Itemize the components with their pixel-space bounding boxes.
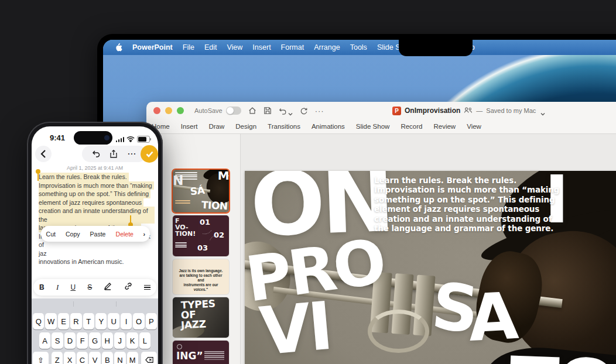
key[interactable]: F [77, 332, 88, 349]
key[interactable]: V [89, 352, 100, 364]
highlighter-icon[interactable] [104, 282, 112, 293]
redo-icon[interactable] [300, 107, 308, 115]
key[interactable]: E [58, 313, 69, 329]
bold-button[interactable]: B [39, 283, 45, 291]
more-icon[interactable]: ··· [128, 150, 136, 158]
menu-item[interactable]: Tools [350, 43, 367, 51]
ribbon-tab[interactable]: Draw [208, 123, 224, 130]
note-line: innovations in American music. [39, 257, 124, 266]
undo-chevron-icon[interactable] [288, 108, 293, 113]
key[interactable]: G [89, 332, 100, 349]
key[interactable]: Z [52, 352, 63, 364]
thumbnail-slide-5[interactable]: ING” [173, 341, 229, 364]
ribbon-tab[interactable]: View [467, 123, 481, 130]
key[interactable]: D [64, 332, 76, 349]
menu-item[interactable]: Edit [204, 43, 217, 51]
note-body[interactable]: Learn the rules. Break the rules.Improvi… [39, 173, 155, 266]
keyboard-row-1: QWERTYUIOP [32, 313, 158, 329]
share-people-icon[interactable] [464, 105, 473, 116]
key[interactable]: O [133, 313, 144, 329]
key[interactable]: A [39, 332, 50, 349]
link-icon[interactable] [124, 282, 132, 293]
menu-app-name[interactable]: PowerPoint [132, 43, 173, 51]
slide-paragraph-line: Learn the rules. Break the rules. [374, 176, 573, 185]
ribbon-tab[interactable]: Insert [181, 123, 198, 130]
key[interactable]: I [121, 313, 132, 329]
key[interactable]: T [83, 313, 94, 329]
key[interactable]: M [127, 352, 138, 364]
key[interactable]: L [139, 332, 150, 349]
ribbon-tab[interactable]: Animations [312, 123, 345, 130]
minimize-button[interactable] [165, 107, 172, 114]
key[interactable]: C [77, 352, 88, 364]
menu-item[interactable]: Insert [252, 43, 271, 51]
slide-canvas[interactable]: ON I PRO S A VI TO O Learn the rules. Br… [245, 171, 616, 364]
selection-handle-start[interactable] [37, 173, 39, 181]
powerpoint-window: AutoSave ··· P OnImprovisation — Saved t… [146, 102, 616, 364]
save-icon[interactable] [263, 107, 272, 115]
menu-item[interactable]: File [183, 43, 194, 51]
key[interactable]: P [146, 313, 157, 329]
slide-paragraph-line: element of jazz requires spontaneous [374, 204, 573, 214]
more-toolbar-icon[interactable]: ··· [315, 107, 324, 115]
strikethrough-button[interactable]: S [87, 283, 92, 291]
italic-button[interactable]: I [56, 283, 59, 292]
key[interactable]: K [126, 332, 138, 349]
slide-paragraph-line: the language and grammar of the genre. [374, 224, 573, 233]
ribbon-tab[interactable]: Review [433, 123, 456, 130]
context-menu-item[interactable]: Paste [90, 231, 106, 238]
key[interactable]: R [70, 313, 81, 329]
key[interactable]: Y [95, 313, 107, 329]
selection-handle-end[interactable] [130, 215, 131, 223]
home-icon[interactable] [248, 107, 256, 115]
saved-chevron-icon[interactable] [540, 108, 545, 113]
undo-icon[interactable] [92, 150, 100, 157]
backspace-key[interactable] [141, 352, 157, 364]
thumb3-attribution: JENNIFER MEDRANO [176, 294, 225, 294]
key[interactable]: N [114, 352, 125, 364]
thumbnail-slide-1[interactable]: N M SÁ TION [173, 170, 229, 212]
context-menu-more-chevron[interactable]: › [139, 231, 150, 238]
thumbnail-slide-4[interactable]: TYPESOFJAZZ [173, 297, 229, 338]
key[interactable]: Q [33, 313, 44, 329]
format-lines-icon[interactable] [144, 285, 150, 290]
keyboard-divider [73, 301, 74, 307]
key[interactable]: B [102, 352, 113, 364]
thumb4-title-line: JAZZ [181, 318, 215, 330]
key[interactable]: U [108, 313, 119, 329]
ribbon-tab[interactable]: Record [401, 123, 422, 130]
apple-icon[interactable] [115, 43, 122, 52]
shift-key[interactable]: ⇧ [33, 352, 49, 364]
thumb1-letter-tion: TION [201, 201, 228, 211]
back-button[interactable] [35, 146, 52, 162]
thumbnail-slide-2[interactable]: F VO- TION! 01 02 03 [173, 215, 229, 256]
context-menu-item[interactable]: Copy [66, 231, 80, 238]
done-check-button[interactable] [141, 145, 158, 163]
menu-item[interactable]: Format [281, 43, 304, 51]
underline-button[interactable]: U [70, 283, 76, 291]
key[interactable]: W [45, 313, 56, 329]
menu-item[interactable]: Arrange [314, 43, 340, 51]
ribbon-tab[interactable]: Slide Show [356, 123, 390, 130]
status-time: 9:41 [45, 133, 70, 142]
key[interactable]: S [52, 332, 63, 349]
thumbnail-slide-3[interactable]: Jazz is its own language.are talking to … [173, 259, 229, 294]
close-button[interactable] [153, 107, 160, 114]
thumb2-num-03: 03 [197, 243, 208, 252]
context-menu-item[interactable]: Delete [116, 231, 134, 238]
window-titlebar[interactable]: AutoSave ··· P OnImprovisation — Saved t… [146, 102, 616, 119]
key[interactable]: X [64, 352, 75, 364]
key[interactable]: J [114, 332, 125, 349]
undo-icon[interactable] [279, 107, 287, 115]
autosave-toggle[interactable] [226, 107, 241, 115]
zoom-button[interactable] [177, 107, 184, 114]
ribbon-tab[interactable]: Design [235, 123, 256, 130]
menu-item[interactable]: View [227, 43, 242, 51]
share-icon[interactable] [110, 150, 117, 158]
context-menu-item[interactable]: Cut [46, 231, 56, 238]
key[interactable]: H [102, 332, 113, 349]
saved-status[interactable]: Saved to my Mac [486, 107, 536, 114]
ribbon-tab[interactable]: Transitions [268, 123, 300, 130]
thumb1-footer-bars [175, 200, 190, 204]
thumb5-circle-glyph [177, 344, 182, 349]
